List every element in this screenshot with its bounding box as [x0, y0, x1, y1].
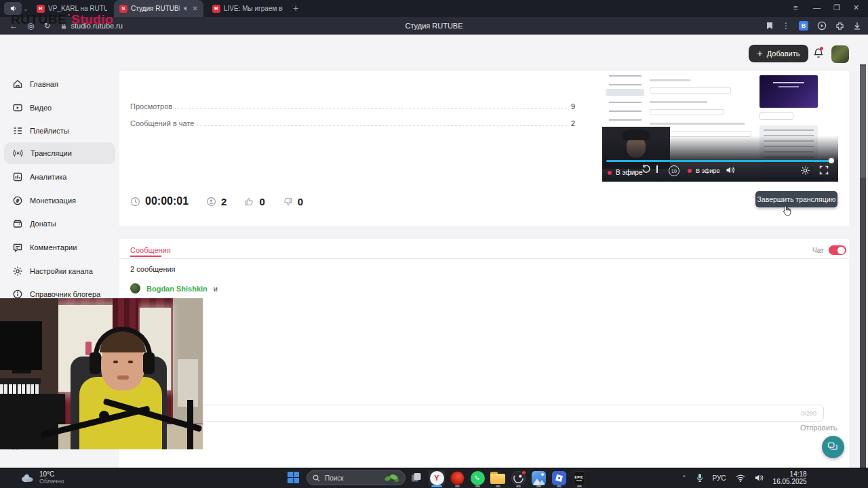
- sidebar-item-3[interactable]: Плейлисты: [4, 120, 115, 142]
- chat-input[interactable]: 0/200: [129, 405, 824, 422]
- rutube-favicon: R: [212, 5, 220, 13]
- live-label: В эфире: [696, 167, 720, 174]
- likes-count[interactable]: 0: [244, 196, 264, 207]
- epic-games-icon[interactable]: EPIC: [571, 470, 587, 485]
- volume-icon[interactable]: [726, 165, 735, 175]
- stat-label: Сообщений в чате: [130, 119, 194, 127]
- language-indicator[interactable]: РУС: [713, 474, 726, 482]
- donations-icon: [12, 218, 23, 229]
- sidebar-item-6[interactable]: ₽Монетизация: [4, 190, 115, 211]
- sidebar-item-label: Донаты: [30, 220, 56, 228]
- running-indicator: [455, 485, 460, 487]
- messages-count: 2 сообщения: [130, 265, 176, 273]
- tray-chevron-icon[interactable]: ⌃: [682, 474, 687, 481]
- thumbs-down-icon: [283, 197, 293, 207]
- running-indicator: [577, 485, 582, 487]
- download-icon[interactable]: [853, 22, 861, 30]
- chat-author[interactable]: Bogdan Shishkin: [146, 285, 208, 293]
- bookmark-icon[interactable]: [766, 22, 773, 30]
- start-button[interactable]: [288, 472, 299, 486]
- user-avatar[interactable]: [831, 45, 849, 63]
- photos-icon[interactable]: [530, 470, 547, 485]
- add-button[interactable]: +Добавить: [749, 45, 808, 62]
- sidebar-item-label: Видео: [30, 104, 52, 112]
- studio-header: [0, 35, 868, 71]
- tray-date: 16.05.2025: [773, 478, 807, 485]
- tab-audio-icon[interactable]: [183, 5, 189, 12]
- more-dots-icon[interactable]: ⋮: [782, 21, 790, 30]
- live-indicator[interactable]: В эфире: [688, 167, 720, 174]
- chat-user-avatar[interactable]: [130, 283, 140, 293]
- close-button[interactable]: ✕: [853, 3, 859, 12]
- cloud-icon: [20, 473, 34, 483]
- scrollbar-thumb[interactable]: [860, 66, 866, 178]
- tab-studio-rutube[interactable]: S Студия RUTUBE ✕: [114, 0, 203, 17]
- preview-field: [650, 87, 731, 94]
- new-tab-button[interactable]: +: [293, 3, 298, 14]
- minimize-button[interactable]: —: [813, 3, 821, 12]
- tab-messages[interactable]: Сообщения: [130, 246, 171, 254]
- tab-sound-chevron-icon[interactable]: ⌄: [23, 5, 28, 12]
- dislikes-count[interactable]: 0: [283, 196, 303, 207]
- file-explorer-icon[interactable]: [490, 470, 506, 485]
- extensions-puzzle-icon[interactable]: [835, 22, 844, 30]
- sidebar-item-5[interactable]: Аналитика: [4, 166, 115, 188]
- tab-close-icon[interactable]: ✕: [193, 5, 198, 12]
- red-app-icon[interactable]: [449, 470, 465, 485]
- yandex-browser-icon[interactable]: Y: [429, 470, 445, 485]
- stat-row-views: Просмотров 9: [130, 102, 575, 111]
- home-icon: [12, 79, 23, 89]
- sidebar-item-2[interactable]: Видео: [4, 97, 115, 119]
- player-progress-knob[interactable]: [829, 158, 834, 163]
- sidebar-item-4[interactable]: Трансляции: [4, 142, 115, 164]
- browser-menu-icon[interactable]: ≡: [793, 3, 797, 12]
- chat-bubbles-icon: [827, 442, 839, 452]
- wifi-icon[interactable]: [736, 474, 745, 482]
- obs-studio-icon[interactable]: [510, 470, 526, 485]
- microphone-icon[interactable]: [696, 473, 703, 483]
- player-settings-gear-icon[interactable]: [800, 165, 810, 176]
- clock-icon: [130, 197, 140, 207]
- viewers-count: 2: [206, 196, 226, 207]
- sidebar-item-1[interactable]: Главная: [4, 73, 115, 95]
- whatsapp-icon[interactable]: [469, 470, 486, 485]
- sidebar-item-9[interactable]: Настройки канала: [4, 260, 115, 282]
- tab-live[interactable]: R LIVE: Мы играем все игр: [207, 0, 288, 17]
- weather-widget[interactable]: 10°C Облачно: [20, 470, 64, 485]
- restore-button[interactable]: ❐: [833, 3, 840, 12]
- video-popup-icon[interactable]: [817, 21, 827, 30]
- sidebar-item-label: Комментарии: [30, 243, 77, 251]
- rewind-label: 10: [671, 169, 677, 174]
- sidebar-item-7[interactable]: Донаты: [4, 213, 115, 235]
- player-progress-bar[interactable]: [606, 160, 833, 162]
- webcam-overlay: [0, 298, 203, 449]
- live-dot: [688, 169, 692, 173]
- replay-icon[interactable]: [642, 164, 651, 174]
- live-dot: [608, 171, 612, 175]
- taskbar-search[interactable]: Поиск: [307, 470, 406, 485]
- stream-preview-player[interactable]: В эфире 10 В эфире: [602, 71, 838, 182]
- rutube-studio-logo[interactable]: RUTUBE˙Studio: [11, 12, 113, 27]
- taskbar-clock[interactable]: 14:18 16.05.2025: [773, 470, 807, 485]
- rewind-10-button[interactable]: 10: [669, 165, 679, 176]
- system-tray: ⌃ РУС 14:18 16.05.2025: [682, 468, 807, 488]
- sidebar-item-label: Трансляции: [31, 149, 72, 157]
- vk-extension-icon[interactable]: B: [799, 21, 808, 30]
- page-title: Студия RUTUBE: [0, 22, 868, 30]
- weather-temp: 10°C: [39, 470, 64, 478]
- sidebar-item-8[interactable]: Комментарии: [4, 237, 115, 258]
- preview-copy-button: [760, 112, 793, 120]
- end-broadcast-button[interactable]: Завершить трансляцию: [755, 191, 837, 207]
- live-badge: В эфире: [608, 169, 643, 176]
- chat-toggle[interactable]: [829, 245, 846, 255]
- fullscreen-icon[interactable]: [819, 165, 829, 175]
- boy-eye-right: [128, 361, 133, 363]
- sidebar-item-label: Настройки канала: [30, 267, 93, 275]
- send-button[interactable]: Отправить: [800, 424, 837, 432]
- search-icon: [313, 474, 320, 482]
- roblox-icon[interactable]: [551, 470, 567, 485]
- support-chat-fab[interactable]: [822, 436, 844, 458]
- task-view-button[interactable]: [411, 472, 422, 485]
- boy-eye-left: [113, 361, 118, 363]
- volume-tray-icon[interactable]: [755, 474, 764, 482]
